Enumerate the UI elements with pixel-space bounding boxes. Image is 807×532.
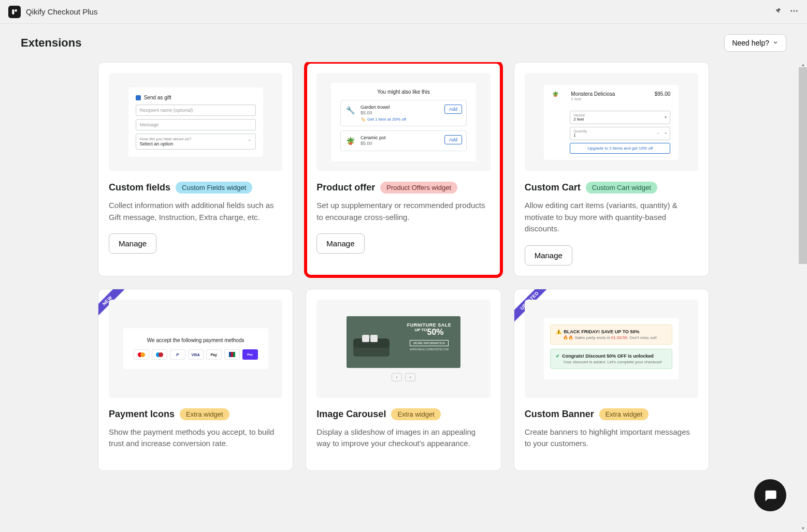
preview-image-carousel: FURNITURE SALE UP TO50% MORE INFORMATION… bbox=[316, 300, 490, 398]
preview-payment-text: We accept the following payment methods bbox=[129, 337, 262, 343]
preview-item-name: Garden trowel bbox=[361, 105, 440, 110]
page-header: Extensions Need help? bbox=[0, 24, 807, 62]
preview-url: WWW.REALLYGREATSITE.COM bbox=[402, 348, 456, 351]
carousel-next-icon: › bbox=[405, 373, 415, 381]
tag-icon: 🏷️ bbox=[361, 117, 366, 122]
plant-icon: 🪴 bbox=[552, 91, 567, 106]
trowel-icon: 🔧 bbox=[345, 105, 356, 116]
preview-heading: You might also like this bbox=[340, 89, 467, 95]
preview-add-button: Add bbox=[444, 135, 462, 144]
manage-button[interactable]: Manage bbox=[109, 233, 156, 254]
carousel-image: FURNITURE SALE UP TO50% MORE INFORMATION… bbox=[347, 316, 460, 368]
card-title: Custom Cart bbox=[525, 182, 581, 193]
card-payment-icons: NEW We accept the following payment meth… bbox=[98, 289, 293, 471]
svg-rect-7 bbox=[362, 335, 369, 342]
preview-custom-fields: Send as gift Recipient name (optional) M… bbox=[109, 73, 282, 171]
badge-extra: Extra widget bbox=[391, 408, 441, 420]
chevron-down-icon: ▾ bbox=[665, 115, 667, 120]
preview-select: How did you hear about us? Select an opt… bbox=[136, 134, 256, 150]
badge-custom-fields: Custom Fields widget bbox=[176, 182, 252, 194]
svg-point-4 bbox=[796, 10, 798, 11]
card-title: Custom fields bbox=[109, 182, 170, 193]
svg-rect-8 bbox=[370, 335, 378, 342]
pin-icon[interactable] bbox=[774, 7, 782, 17]
preview-more: MORE INFORMATION bbox=[410, 340, 449, 346]
more-icon[interactable] bbox=[789, 6, 799, 18]
card-custom-fields: Send as gift Recipient name (optional) M… bbox=[98, 62, 293, 276]
plus-icon: + bbox=[665, 131, 667, 136]
preview-item-price: $5.00 bbox=[361, 141, 440, 146]
preview-qty-field: Quantity 1 −+ bbox=[570, 127, 670, 140]
preview-headline: FURNITURE SALE bbox=[402, 322, 456, 328]
scrollbar-thumb[interactable] bbox=[799, 67, 807, 264]
topbar-right bbox=[774, 6, 799, 18]
preview-message-input: Message bbox=[136, 119, 256, 130]
topbar: Qikify Checkout Plus bbox=[0, 0, 807, 24]
preview-variant-field: Variant 2 feet ▾ bbox=[570, 111, 670, 124]
pot-icon: 🪴 bbox=[345, 135, 356, 146]
badge-extra: Extra widget bbox=[599, 408, 649, 420]
manage-button[interactable]: Manage bbox=[525, 245, 572, 265]
chevron-down-icon bbox=[772, 39, 779, 47]
cards-grid: Send as gift Recipient name (optional) M… bbox=[98, 62, 709, 471]
chat-fab-button[interactable] bbox=[754, 479, 786, 511]
main-content: Send as gift Recipient name (optional) M… bbox=[0, 62, 807, 532]
card-custom-banner: UPDATED ⚠️BLACK FRIDAY! SAVE UP TO 50% 🔥… bbox=[514, 289, 709, 471]
card-title: Product offer bbox=[316, 182, 375, 193]
badge-extra: Extra widget bbox=[180, 408, 229, 420]
card-product-offer: You might also like this 🔧 Garden trowel… bbox=[306, 62, 501, 276]
badge-custom-cart: Custom Cart widget bbox=[586, 182, 657, 194]
preview-offer-item: 🔧 Garden trowel $5.00 🏷️Get 1 item at 20… bbox=[340, 100, 467, 126]
page-title: Extensions bbox=[21, 36, 81, 50]
preview-select-placeholder: Select an option bbox=[140, 141, 192, 146]
preview-item-price: $5.00 bbox=[361, 110, 440, 115]
card-title: Custom Banner bbox=[525, 409, 594, 420]
card-desc: Display a slideshow of images in an appe… bbox=[316, 426, 490, 450]
svg-rect-0 bbox=[12, 9, 14, 14]
app-icon bbox=[8, 6, 21, 18]
preview-question: How did you hear about us? bbox=[140, 137, 192, 141]
scroll-up-icon[interactable]: ▴ bbox=[800, 61, 806, 67]
check-icon: ✔ bbox=[556, 353, 560, 359]
preview-deal: 🏷️Get 1 item at 20% off bbox=[361, 117, 440, 122]
need-help-button[interactable]: Need help? bbox=[724, 34, 786, 52]
card-title: Image Carousel bbox=[316, 409, 386, 420]
app-title: Qikify Checkout Plus bbox=[26, 7, 97, 16]
warning-icon: ⚠️ bbox=[556, 329, 561, 334]
maestro-icon bbox=[152, 349, 167, 360]
preview-add-button: Add bbox=[444, 105, 462, 114]
carousel-prev-icon: ‹ bbox=[392, 373, 402, 381]
preview-product-offer: You might also like this 🔧 Garden trowel… bbox=[316, 73, 490, 171]
scroll-down-icon[interactable]: ▾ bbox=[800, 525, 806, 531]
chat-icon bbox=[763, 488, 777, 503]
card-desc: Set up supplementary or recommended prod… bbox=[316, 200, 490, 223]
preview-upgrade: Upgrade to 2 items and get 10% off bbox=[570, 143, 670, 154]
preview-recipient-input: Recipient name (optional) bbox=[136, 105, 256, 116]
minus-icon: − bbox=[657, 131, 659, 136]
shop-pay-icon: Pay bbox=[242, 349, 258, 360]
preview-payment-icons: We accept the following payment methods … bbox=[109, 300, 282, 398]
preview-offer-item: 🪴 Ceramic pot $5.00 Add bbox=[340, 130, 467, 151]
badge-product-offers: Product Offers widget bbox=[380, 182, 457, 194]
svg-point-2 bbox=[790, 10, 792, 11]
preview-banner-warning: ⚠️BLACK FRIDAY! SAVE UP TO 50% 🔥🔥 Sales … bbox=[550, 324, 672, 345]
preview-item-name: Ceramic pot bbox=[361, 135, 440, 140]
topbar-left: Qikify Checkout Plus bbox=[8, 6, 97, 18]
jcb-icon bbox=[224, 349, 240, 360]
need-help-label: Need help? bbox=[732, 39, 769, 47]
card-custom-cart: 🪴 Monstera Deliciosa 2 feet $95.00 Varia… bbox=[514, 62, 709, 276]
card-desc: Show the payment methods you accept, to … bbox=[109, 426, 282, 450]
preview-custom-cart: 🪴 Monstera Deliciosa 2 feet $95.00 Varia… bbox=[525, 73, 698, 171]
card-desc: Create banners to highlight important me… bbox=[525, 426, 698, 450]
apple-pay-icon: Pay bbox=[206, 349, 222, 360]
preview-custom-banner: ⚠️BLACK FRIDAY! SAVE UP TO 50% 🔥🔥 Sales … bbox=[525, 300, 698, 398]
card-title: Payment Icons bbox=[109, 409, 175, 420]
preview-price: $95.00 bbox=[655, 91, 671, 106]
svg-rect-1 bbox=[15, 9, 17, 11]
preview-product: Monstera Deliciosa bbox=[571, 91, 615, 97]
preview-gift-label: Send as gift bbox=[144, 95, 171, 100]
manage-button[interactable]: Manage bbox=[316, 233, 364, 254]
card-desc: Allow editing cart items (variants, quan… bbox=[525, 200, 698, 235]
preview-banner-success: ✔Congrats! Discount 50% OFF is unlocked … bbox=[550, 349, 672, 369]
card-image-carousel: FURNITURE SALE UP TO50% MORE INFORMATION… bbox=[306, 289, 501, 471]
